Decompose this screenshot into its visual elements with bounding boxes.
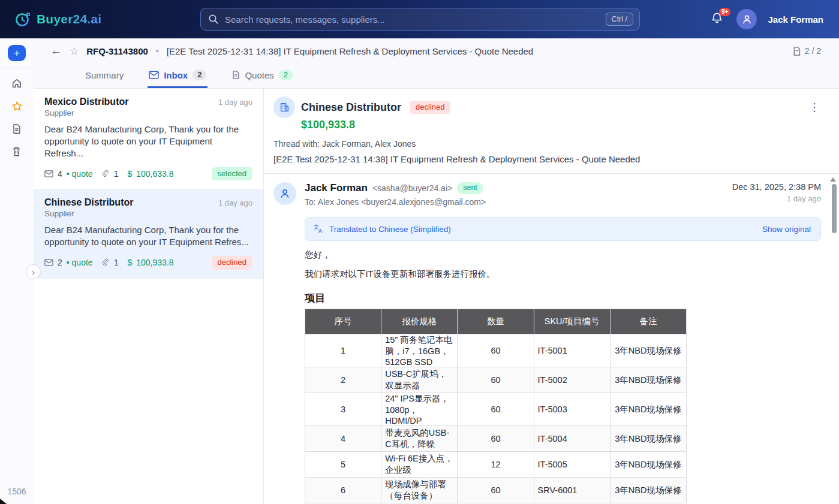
tab-inbox-label: Inbox [164,70,188,80]
table-row: 2 USB-C扩展坞，双显示器 60 IT-5002 3年NBD现场保修 [305,367,687,393]
cell-qty: 60 [458,426,534,452]
cell-note: 3年NBD现场保修 [610,393,686,426]
cell-note: 3年NBD现场保修 [610,367,686,393]
supplier-avatar [273,96,295,118]
user-avatar[interactable] [736,9,757,29]
scrollbar-thumb[interactable] [832,184,837,233]
rfq-id: RFQ-31143800 [86,46,148,56]
show-original-link[interactable]: Show original [762,225,811,234]
tab-summary-label: Summary [85,70,124,80]
app-window: Buyer24.ai Ctrl / 9+ Jack Forman [0,0,839,504]
cell-index: 5 [305,452,381,478]
table-row: 3 24" IPS显示器，1080p，HDMI/DP 60 IT-5003 3年… [305,393,687,426]
cell-spec: 带麦克风的USB-C耳机，降噪 [381,426,458,452]
cell-spec: 现场成像与部署（每台设备） [381,478,458,503]
cell-note: 3年NBD现场保修 [610,452,686,478]
tab-bar: Summary Inbox 2 Quotes 2 [34,64,839,89]
scrollbar-up-arrow[interactable] [830,177,836,182]
col-header-note: 备注 [610,309,686,334]
email-sender-address: <sasha@buyer24.ai> [372,183,452,193]
quotes-file-icon [231,70,240,80]
search-input[interactable] [225,14,600,25]
tab-summary[interactable]: Summary [84,64,125,88]
building-icon [279,102,290,113]
cell-spec: 24" IPS显示器，1080p，HDMI/DP [381,393,458,426]
translation-label: Translated to Chinese (Simplified) [329,225,451,234]
mail-count: 4 [58,169,62,179]
cell-qty: 60 [458,478,534,503]
cell-sku: IT-5004 [534,426,610,452]
currency-symbol: $ [127,258,132,267]
cell-spec: USB-C扩展坞，双显示器 [381,367,458,393]
email-status-badge: sent [457,182,483,194]
supplier-role: Supplier [44,209,252,218]
thread-supplier-name: Chinese Distributor [301,101,401,114]
global-search[interactable]: Ctrl / [200,8,640,31]
notifications-button[interactable]: 9+ [710,11,726,27]
clock-logo-icon [14,11,31,28]
favorite-star-icon[interactable]: ☆ [70,45,79,58]
more-options-button[interactable]: ⋮ [805,101,823,114]
message-time: 1 day ago [218,198,252,207]
page-file-icon [792,46,801,56]
plus-icon: + [14,48,20,58]
cell-sku: IT-5002 [534,367,610,393]
message-list-item-mexico[interactable]: Mexico Distributor 1 day ago Supplier De… [34,89,263,189]
expand-panel-button[interactable]: › [26,264,41,279]
brand-name: Buyer24.ai [37,12,101,26]
supplier-name: Chinese Distributor [44,197,133,208]
currency-symbol: $ [127,169,132,179]
cell-sku: IT-5003 [534,393,610,426]
email-greeting: 您好， [305,249,821,261]
favorites-star-icon[interactable] [11,101,22,111]
cell-index: 4 [305,426,381,452]
cell-sku: IT-5001 [534,334,610,367]
search-icon [208,14,219,25]
back-button[interactable]: ← [50,44,62,58]
tab-inbox[interactable]: Inbox 2 [148,64,208,88]
inbox-count-badge: 2 [193,70,206,80]
cell-qty: 12 [458,452,534,478]
attachment-count: 1 [114,169,119,179]
col-header-index: 序号 [305,309,381,334]
thread-status-badge: declined [410,101,450,114]
cell-sku: IT-5005 [534,452,610,478]
home-icon[interactable] [11,78,22,89]
quote-amount: 100,633.8 [136,169,173,179]
brand-logo[interactable]: Buyer24.ai [14,11,164,28]
status-badge: declined [212,256,252,269]
table-row: 6 现场成像与部署（每台设备） 60 SRV-6001 3年NBD现场保修 [305,478,687,503]
status-badge: selected [212,167,252,180]
user-name[interactable]: Jack Forman [768,14,823,25]
quote-amount: 100,933.8 [136,258,173,267]
cell-qty: 60 [458,367,534,393]
add-button[interactable]: + [8,45,26,61]
tab-quotes[interactable]: Quotes 2 [230,64,294,88]
cell-index: 3 [305,393,381,426]
attachment-count: 1 [114,258,119,267]
envelope-icon [149,71,159,79]
notification-count-badge: 9+ [719,8,730,16]
email-scroll-area[interactable]: Jack Forman <sasha@buyer24.ai> sent To: … [264,174,839,504]
col-header-sku: SKU/项目编号 [534,309,610,334]
supplier-name: Mexico Distributor [44,96,128,107]
cell-qty: 60 [458,334,534,367]
sender-avatar [273,182,296,205]
cell-note: 3年NBD现场保修 [610,478,686,503]
cell-spec: Wi-Fi 6E接入点，企业级 [381,452,458,478]
email-sender-name: Jack Forman [305,182,368,194]
quote-label: • quote [67,169,93,179]
trash-icon[interactable] [11,146,22,157]
quote-label: • quote [67,258,93,267]
supplier-role: Supplier [44,108,252,117]
thread-subject: [E2E Test 2025-12-31 14:38] IT Equipment… [273,154,823,164]
items-table-header-row: 序号 报价规格 数量 SKU/项目编号 备注 [305,309,687,334]
translate-icon: 文A [313,224,324,234]
page-header: ← ☆ RFQ-31143800 • [E2E Test 2025-12-31 … [34,38,839,89]
documents-icon[interactable] [11,123,22,134]
cell-index: 1 [305,334,381,367]
message-list-item-chinese[interactable]: Chinese Distributor 1 day ago Supplier D… [34,189,263,278]
email-recipient: To: Alex Jones <buyer24.alexjones@gmail.… [305,197,486,207]
breadcrumb-separator: • [156,46,159,56]
email-body-line: 我们请求对以下IT设备更新和部署服务进行报价。 [305,268,821,280]
